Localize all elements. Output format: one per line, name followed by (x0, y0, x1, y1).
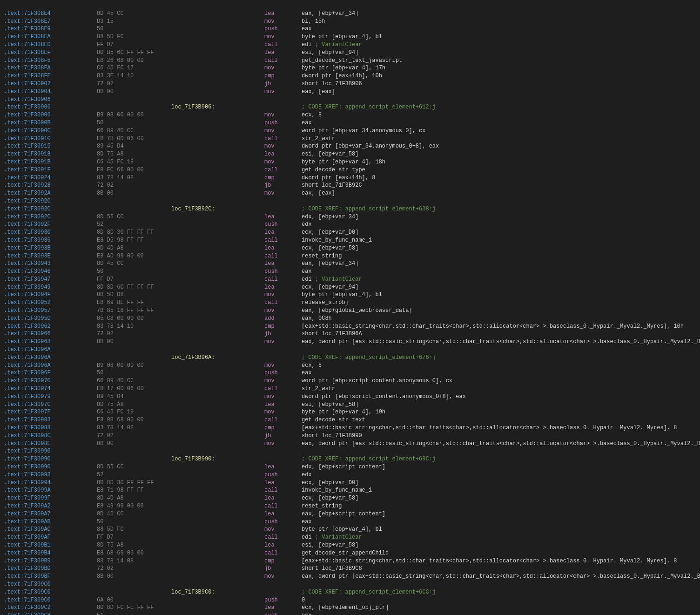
operands: eax, [eax] (302, 189, 696, 197)
code-line[interactable]: .text:71F309C28D 8D FC FE FF FFleaecx, [… (0, 604, 700, 612)
operands: edx, [ebp+script_content] (302, 463, 696, 471)
code-line[interactable]: .text:71F30936E8 D5 98 FF FFcallinvoke_b… (0, 237, 700, 244)
code-line[interactable]: .text:71F3099F8D 4D A8leaecx, [ebp+var_5… (0, 494, 700, 502)
code-line[interactable]: .text:71F3097FC6 45 FC 19movbyte ptr [eb… (0, 408, 700, 416)
code-line[interactable]: .text:71F3094F8B 5D D8movbyte ptr [ebp+v… (0, 291, 700, 299)
address: .text:71F30968 (4, 338, 97, 346)
code-line[interactable]: .text:71F30906loc_71F3B906:; CODE XREF: … (0, 103, 700, 111)
code-line[interactable]: .text:71F3097989 45 D4movdword ptr [ebp+… (0, 393, 700, 401)
code-line[interactable]: .text:71F309A78D 45 CCleaeax, [ebp+scrip… (0, 510, 700, 518)
code-line[interactable]: .text:71F309BD72 02jbshort loc_71F3B9C8 (0, 565, 700, 573)
operands: short loc_71F3B92C (302, 182, 696, 189)
code-line[interactable]: .text:71F3097C8D 75 A8leaesi, [ebp+var_5… (0, 401, 700, 409)
code-line[interactable]: .text:71F3092483 78 14 08cmpdword ptr [e… (0, 174, 700, 182)
address: .text:71F309C2 (4, 604, 97, 612)
code-line[interactable]: .text:71F3091589 45 D4movdword ptr [ebp+… (0, 142, 700, 150)
code-line[interactable]: .text:71F309C0loc_71F3B9C0:; CODE XREF: … (0, 588, 700, 596)
bytes: 8D 8D FC FE FF FF (97, 604, 171, 612)
address: .text:71F308EA (4, 33, 97, 41)
code-line[interactable]: .text:71F3099AE8 71 98 FF FFcallinvoke_b… (0, 487, 700, 494)
code-line[interactable]: .text:71F309438D 45 CCleaeax, [ebp+var_3… (0, 260, 700, 268)
code-line[interactable]: .text:71F30906B9 08 00 00 00movecx, 8 (0, 111, 700, 119)
code-line[interactable]: .text:71F3090C66 89 4D CCmovword ptr [eb… (0, 127, 700, 135)
code-line[interactable]: .text:71F309048B 00moveax, [eax] (0, 88, 700, 96)
code-line[interactable]: .text:71F30990loc_71F3B990:; CODE XREF: … (0, 455, 700, 463)
code-line[interactable]: .text:71F309B983 78 14 08cmp[eax+std::ba… (0, 557, 700, 565)
operands: get_decode_str_text_javascript (302, 57, 696, 65)
code-line[interactable]: .text:71F309AFFF D7calledi ; VariantClea… (0, 534, 700, 541)
code-line[interactable]: .text:71F309908D 55 CCleaedx, [ebp+scrip… (0, 463, 700, 471)
operands: ecx, [ebp+var_D0] (302, 229, 696, 237)
code-line[interactable]: .text:71F309498D 8D 6C FF FF FFleaecx, [… (0, 284, 700, 291)
code-line[interactable]: .text:71F308EF8D B5 6C FF FF FFleaesi, [… (0, 49, 700, 57)
code-line[interactable]: .text:71F309BF8B 00moveax, dword ptr [ea… (0, 573, 700, 581)
code-line[interactable]: .text:71F309577B 85 18 FF FF FFmoveax, [… (0, 307, 700, 315)
code-line[interactable]: .text:71F3091FE8 FC 66 00 00callget_deco… (0, 166, 700, 174)
code-line[interactable]: .text:71F309C06A 00push0 (0, 596, 700, 604)
code-line[interactable]: .text:71F309B18D 75 A8leaesi, [ebp+var_5… (0, 541, 700, 549)
code-line[interactable]: .text:71F3096F50pusheax (0, 369, 700, 377)
code-line[interactable]: .text:71F3096Aloc_71F3B96A:; CODE XREF: … (0, 354, 700, 362)
label (171, 604, 264, 612)
code-line[interactable]: .text:71F309A2E8 49 99 00 00callreset_st… (0, 502, 700, 510)
code-line[interactable]: .text:71F3096AB9 08 00 00 00movecx, 8 (0, 362, 700, 370)
code-line[interactable]: .text:71F3095D05 C8 00 00 00addeax, 0C8h (0, 315, 700, 323)
operands: get_decode_str_text (302, 416, 696, 424)
code-line[interactable]: .text:71F3097066 89 4D CCmovword ptr [eb… (0, 377, 700, 385)
operands: eax, [ebp+script_content] (302, 510, 696, 518)
label (171, 252, 264, 260)
code-line[interactable]: .text:71F308EDFF D7calledi ; VariantClea… (0, 41, 700, 49)
code-line[interactable]: .text:71F3092F52pushedx (0, 221, 700, 229)
code-line[interactable]: .text:71F309AC88 5D FCmovbyte ptr [ebp+v… (0, 526, 700, 534)
code-line[interactable]: .text:71F30910E8 7B 0D 06 00callstr_2_ws… (0, 135, 700, 143)
address: .text:71F3093E (4, 252, 97, 260)
code-line[interactable]: .text:71F3096A (0, 346, 700, 354)
code-line[interactable]: .text:71F3096283 78 14 10cmp[eax+std::ba… (0, 323, 700, 331)
code-line[interactable]: .text:71F309688B 00moveax, dword ptr [ea… (0, 338, 700, 346)
code-line[interactable]: .text:71F309188D 75 A8leaesi, [ebp+var_5… (0, 150, 700, 158)
code-line[interactable]: .text:71F30947FF D7calledi ; VariantClea… (0, 276, 700, 284)
label (171, 432, 264, 440)
code-line[interactable]: .text:71F3091BC6 45 FC 18movbyte ptr [eb… (0, 158, 700, 166)
code-line[interactable]: .text:71F3099352pushedx (0, 471, 700, 479)
code-line[interactable]: .text:71F30974E8 17 0D 06 00callstr_2_ws… (0, 385, 700, 393)
bytes: 72 02 (97, 182, 171, 189)
code-line[interactable]: .text:71F3098883 78 14 08cmp[eax+std::ba… (0, 424, 700, 432)
code-line[interactable]: .text:71F309B4E8 68 69 00 00callget_deco… (0, 549, 700, 557)
code-line[interactable]: .text:71F3094650pusheax (0, 268, 700, 276)
code-line[interactable]: .text:71F308F5E8 26 68 00 00callget_deco… (0, 57, 700, 65)
code-line[interactable]: .text:71F3096672 02jbshort loc_71F3B96A (0, 330, 700, 338)
code-line[interactable]: .text:71F309C851pushecx (0, 612, 700, 615)
label (171, 573, 264, 581)
code-line[interactable]: .text:71F309AB50pusheax (0, 518, 700, 526)
operands: 0 (302, 596, 696, 604)
code-line[interactable]: .text:71F3093EE8 AD 99 00 00callreset_st… (0, 252, 700, 260)
code-line[interactable]: .text:71F30990 (0, 447, 700, 455)
code-line[interactable]: .text:71F308EA88 5D FCmovbyte ptr [ebp+v… (0, 33, 700, 41)
code-line[interactable]: .text:71F30983E8 98 68 00 00callget_deco… (0, 416, 700, 424)
code-line[interactable]: .text:71F3092872 02jbshort loc_71F3B92C (0, 182, 700, 189)
code-line[interactable]: .text:71F3092C8D 55 CCleaedx, [ebp+var_3… (0, 213, 700, 221)
code-line[interactable]: .text:71F30952E8 69 8E FF FFcallrelease_… (0, 299, 700, 307)
code-line[interactable]: .text:71F3092Cloc_71F3B92C:; CODE XREF: … (0, 205, 700, 213)
code-line[interactable]: .text:71F3092C (0, 197, 700, 205)
code-line[interactable]: .text:71F309C0 (0, 581, 700, 588)
code-line[interactable]: .text:71F309948D 8D 30 FF FF FFleaecx, [… (0, 479, 700, 487)
code-line[interactable]: .text:71F308FE83 3E 14 10cmpdword ptr [e… (0, 72, 700, 80)
operands: dword ptr [ebp+script_content.anonymous_… (302, 393, 696, 401)
code-line[interactable]: .text:71F308E7D3 15movbl, 15h (0, 18, 700, 26)
code-line[interactable]: .text:71F309308D 8D 30 FF FF FFleaecx, [… (0, 229, 700, 237)
code-line[interactable]: .text:71F3092A8B 00moveax, [eax] (0, 189, 700, 197)
code-line[interactable]: .text:71F308E48D 45 CCleaeax, [ebp+var_3… (0, 10, 700, 18)
address: .text:71F30930 (4, 229, 97, 237)
code-line[interactable]: .text:71F3093B8D 4D A8leaecx, [ebp+var_5… (0, 244, 700, 252)
code-line[interactable]: .text:71F308E950pusheax (0, 25, 700, 33)
code-line[interactable]: .text:71F3098C72 02jbshort loc_71F3B990 (0, 432, 700, 440)
bytes: B9 08 00 00 00 (97, 111, 171, 119)
code-line[interactable]: .text:71F308FAC6 45 FC 17movbyte ptr [eb… (0, 64, 700, 72)
address: .text:71F309A7 (4, 510, 97, 518)
code-line[interactable]: .text:71F30906 (0, 96, 700, 104)
code-line[interactable]: .text:71F3098E8B 00moveax, dword ptr [ea… (0, 440, 700, 448)
code-line[interactable]: .text:71F3090272 02jbshort loc_71F3B906 (0, 80, 700, 88)
code-line[interactable]: .text:71F3090B50pusheax (0, 119, 700, 127)
